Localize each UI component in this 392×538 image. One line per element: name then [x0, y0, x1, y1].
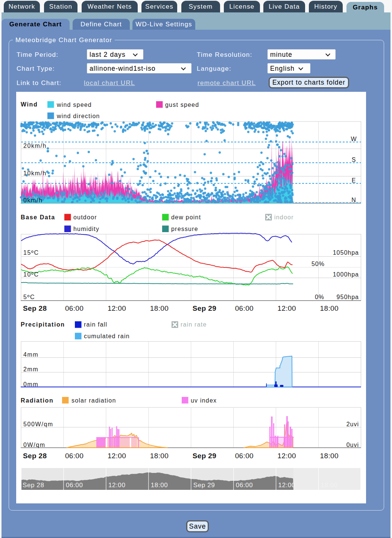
svg-text:18:00: 18:00	[150, 304, 169, 312]
svg-text:solar radiation: solar radiation	[71, 397, 116, 404]
svg-text:5ºC: 5ºC	[23, 294, 35, 300]
svg-text:06:00: 06:00	[66, 482, 83, 489]
svg-text:12:00: 12:00	[108, 452, 126, 460]
svg-text:10ºC: 10ºC	[23, 271, 39, 278]
svg-text:12:00: 12:00	[108, 482, 126, 489]
svg-text:50%: 50%	[311, 261, 325, 267]
svg-text:rain fall: rain fall	[84, 321, 107, 328]
svg-text:18:00: 18:00	[150, 452, 169, 460]
svg-text:500W/qm: 500W/qm	[23, 421, 53, 427]
svg-text:0mm: 0mm	[23, 381, 38, 388]
svg-text:humidity: humidity	[73, 226, 99, 232]
svg-text:N: N	[351, 197, 356, 203]
svg-text:0uvi: 0uvi	[346, 442, 359, 448]
svg-text:rain rate: rain rate	[181, 321, 207, 328]
svg-text:Sep 28: Sep 28	[23, 304, 47, 312]
svg-text:E: E	[352, 177, 356, 184]
svg-text:0W/qm: 0W/qm	[23, 442, 46, 448]
svg-text:dew point: dew point	[171, 214, 201, 220]
svg-text:06:00: 06:00	[235, 452, 254, 460]
svg-text:18:00: 18:00	[320, 304, 339, 312]
svg-text:Precipitation: Precipitation	[21, 321, 65, 328]
svg-text:pressure: pressure	[171, 226, 198, 232]
svg-text:20km/h: 20km/h	[23, 143, 47, 149]
svg-text:cumulated rain: cumulated rain	[84, 333, 130, 339]
svg-text:06:00: 06:00	[65, 304, 84, 312]
svg-text:18:00: 18:00	[321, 482, 338, 489]
svg-text:12:00: 12:00	[278, 304, 296, 312]
svg-text:wind speed: wind speed	[56, 102, 92, 108]
svg-text:outdoor: outdoor	[73, 214, 97, 220]
svg-text:2uvi: 2uvi	[346, 421, 359, 427]
svg-text:wind direction: wind direction	[56, 113, 100, 119]
svg-text:0%: 0%	[315, 294, 324, 300]
svg-text:0km/h: 0km/h	[23, 197, 43, 204]
svg-text:uv index: uv index	[191, 397, 217, 404]
svg-text:12:00: 12:00	[278, 482, 296, 489]
svg-text:Sep 29: Sep 29	[193, 452, 216, 460]
svg-text:1050hpa: 1050hpa	[333, 249, 359, 256]
svg-text:indoor: indoor	[274, 214, 294, 220]
svg-text:Base Data: Base Data	[21, 214, 55, 220]
svg-text:Sep 28: Sep 28	[23, 452, 47, 460]
svg-text:06:00: 06:00	[236, 482, 253, 489]
svg-text:18:00: 18:00	[151, 482, 168, 489]
svg-text:4mm: 4mm	[23, 351, 38, 358]
svg-text:12:00: 12:00	[108, 304, 126, 312]
svg-text:12:00: 12:00	[278, 452, 296, 460]
svg-text:Wind: Wind	[21, 101, 38, 108]
svg-text:1000hpa: 1000hpa	[333, 271, 359, 278]
svg-text:15ºC: 15ºC	[23, 249, 39, 256]
svg-text:950hpa: 950hpa	[337, 294, 359, 300]
svg-text:Sep 28: Sep 28	[23, 482, 44, 489]
svg-text:18:00: 18:00	[320, 452, 339, 460]
svg-text:06:00: 06:00	[235, 304, 254, 312]
svg-text:06:00: 06:00	[65, 452, 84, 460]
svg-text:W: W	[351, 136, 357, 142]
svg-text:Radiation: Radiation	[21, 397, 53, 404]
svg-text:Sep 29: Sep 29	[193, 482, 215, 489]
svg-text:gust speed: gust speed	[165, 102, 199, 108]
svg-text:10km/h: 10km/h	[23, 170, 47, 176]
svg-text:S: S	[352, 157, 356, 163]
svg-text:2mm: 2mm	[23, 366, 38, 372]
svg-text:Sep 29: Sep 29	[193, 304, 216, 312]
